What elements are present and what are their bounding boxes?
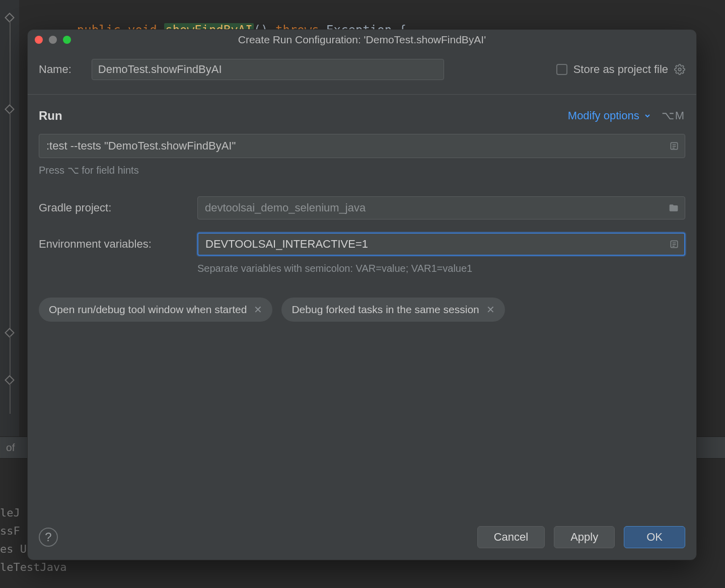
modify-options-shortcut: ⌥M (662, 109, 685, 122)
modify-options-label: Modify options (568, 109, 639, 122)
dialog-footer: ? Cancel Apply OK (28, 514, 696, 560)
expand-list-icon[interactable] (669, 141, 679, 151)
name-label: Name: (39, 63, 71, 76)
close-icon[interactable]: ✕ (486, 304, 495, 316)
store-label: Store as project file (573, 63, 668, 76)
expand-list-icon[interactable] (669, 239, 679, 249)
ok-button[interactable]: OK (624, 526, 685, 548)
command-row (39, 134, 685, 158)
gear-icon[interactable] (674, 64, 685, 75)
chip-debug-forked[interactable]: Debug forked tasks in the same session ✕ (281, 298, 504, 322)
run-section-header: Run Modify options ⌥M (39, 109, 685, 123)
folder-icon[interactable] (668, 203, 679, 213)
option-chips: Open run/debug tool window when started … (39, 298, 685, 322)
gutter-line-icon (10, 21, 11, 106)
env-vars-hint: Separate variables with semicolon: VAR=v… (197, 263, 685, 274)
env-vars-label: Environment variables: (39, 238, 197, 251)
status-text: of (6, 442, 15, 454)
apply-button[interactable]: Apply (554, 526, 615, 548)
env-vars-input[interactable] (197, 233, 685, 256)
gradle-project-row: Gradle project: (39, 196, 685, 219)
store-as-project-file[interactable]: Store as project file (556, 63, 685, 76)
divider (28, 94, 696, 95)
close-icon[interactable]: ✕ (254, 304, 262, 316)
name-row: Name: Store as project file (39, 59, 685, 80)
modify-options-link[interactable]: Modify options (568, 109, 651, 122)
help-button[interactable]: ? (39, 528, 58, 547)
help-icon: ? (45, 530, 51, 544)
env-vars-row: Environment variables: (39, 233, 685, 256)
run-config-dialog: Create Run Configuration: 'DemoTest.show… (27, 29, 697, 560)
cancel-button[interactable]: Cancel (477, 526, 545, 548)
gutter-line-icon (10, 336, 11, 377)
dialog-titlebar[interactable]: Create Run Configuration: 'DemoTest.show… (28, 30, 696, 50)
minimize-icon[interactable] (49, 36, 57, 44)
chip-label: Open run/debug tool window when started (49, 304, 247, 316)
command-input[interactable] (39, 134, 685, 158)
gradle-project-input[interactable] (197, 196, 685, 219)
run-section-title: Run (39, 109, 62, 123)
dialog-title: Create Run Configuration: 'DemoTest.show… (238, 34, 486, 46)
command-hint: Press ⌥ for field hints (39, 164, 685, 176)
zoom-icon[interactable] (63, 36, 71, 44)
close-icon[interactable] (35, 36, 43, 44)
gutter-line-icon (10, 113, 11, 329)
name-input[interactable] (92, 59, 444, 80)
chevron-down-icon (643, 112, 651, 120)
svg-point-0 (678, 68, 681, 71)
chip-open-tool-window[interactable]: Open run/debug tool window when started … (39, 298, 272, 322)
gutter-line-icon (10, 384, 11, 414)
store-checkbox[interactable] (556, 64, 567, 75)
gradle-project-label: Gradle project: (39, 201, 197, 214)
console-line: leTestJava (0, 558, 725, 576)
chip-label: Debug forked tasks in the same session (292, 304, 479, 316)
dialog-body: Name: Store as project file Run Modify o… (28, 50, 696, 514)
window-controls (35, 36, 71, 44)
